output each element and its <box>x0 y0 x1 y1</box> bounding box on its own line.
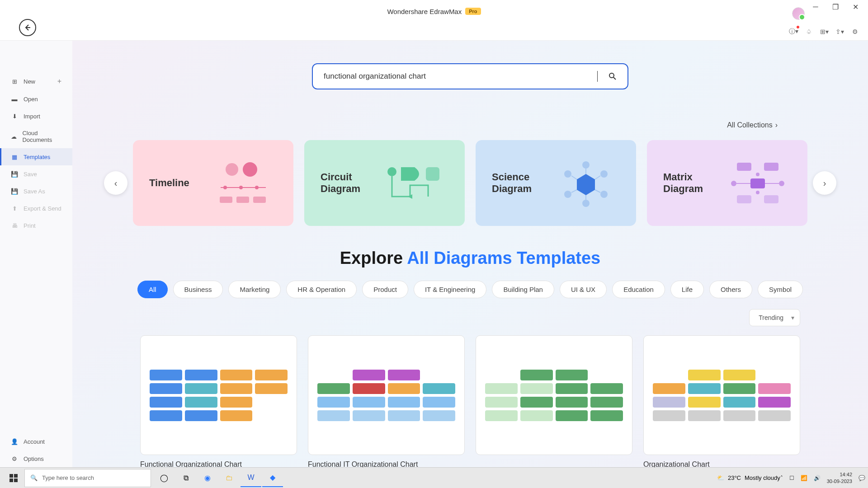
sidebar-item-label: Export & Send <box>24 205 61 212</box>
cloud-icon: ☁ <box>11 133 17 140</box>
back-button[interactable] <box>19 19 36 36</box>
card-title: Matrix Diagram <box>663 171 723 195</box>
sidebar-item-cloud[interactable]: ☁ Cloud Documents <box>0 125 72 148</box>
print-icon: 🖶 <box>11 222 18 229</box>
chip-life[interactable]: Life <box>670 281 704 298</box>
windows-icon <box>9 474 18 482</box>
sidebar-item-label: Save As <box>24 188 45 195</box>
help-icon[interactable]: ⓘ▾ <box>789 28 797 36</box>
taskbar-app-cortana[interactable]: ◯ <box>154 469 175 487</box>
template-title: Organizational Chart <box>643 460 800 467</box>
sidebar-item-options[interactable]: ⚙ Options <box>0 450 72 467</box>
collection-card-circuit[interactable]: Circuit Diagram <box>304 140 465 226</box>
start-button[interactable] <box>3 469 24 487</box>
chip-building[interactable]: Building Plan <box>492 281 554 298</box>
pro-badge: Pro <box>465 8 481 15</box>
sidebar-item-import[interactable]: ⬇ Import <box>0 108 72 125</box>
svg-line-2 <box>613 77 616 80</box>
svg-point-35 <box>756 173 760 176</box>
sidebar-item-label: Templates <box>24 154 50 160</box>
svg-rect-32 <box>764 195 778 203</box>
chip-others[interactable]: Others <box>709 281 752 298</box>
taskbar-app-edge[interactable]: ◉ <box>197 469 218 487</box>
svg-line-24 <box>595 190 600 192</box>
template-thumbnail[interactable] <box>140 335 297 455</box>
carousel-prev-button[interactable]: ‹ <box>104 171 127 195</box>
close-button[interactable]: ✕ <box>846 0 864 14</box>
tray-notifications-icon[interactable]: 💬 <box>859 475 865 481</box>
taskbar-app-explorer[interactable]: 🗀 <box>219 469 240 487</box>
template-thumbnail[interactable] <box>643 335 800 455</box>
sidebar-item-templates[interactable]: ▦ Templates <box>0 148 72 165</box>
system-tray: ˄ ☐ 📶 🔊 14:42 30-09-2023 💬 <box>780 471 865 484</box>
search-icon[interactable] <box>609 72 617 80</box>
collection-card-timeline[interactable]: Timeline <box>133 140 293 226</box>
svg-marker-15 <box>577 174 595 195</box>
templates-icon: ▦ <box>11 153 18 160</box>
add-icon[interactable]: + <box>57 77 61 85</box>
app-title: Wondershare EdrawMax <box>387 8 462 15</box>
svg-line-27 <box>571 176 577 179</box>
search-input[interactable] <box>324 72 597 81</box>
template-grid: Functional Organizational Chart Function… <box>118 335 823 467</box>
all-collections-link[interactable]: All Collections › <box>727 121 778 129</box>
svg-point-18 <box>600 191 608 198</box>
sort-dropdown[interactable]: Trending <box>749 309 800 326</box>
time-text: 14:42 <box>840 471 852 478</box>
user-icon: 👤 <box>11 438 18 445</box>
text-cursor <box>597 71 598 82</box>
chip-symbol[interactable]: Symbol <box>758 281 803 298</box>
chip-all[interactable]: All <box>137 281 168 298</box>
save-icon: 💾 <box>11 170 18 178</box>
timeline-art-icon <box>209 156 277 210</box>
tray-wifi-icon[interactable]: 📶 <box>801 475 807 481</box>
svg-point-12 <box>387 167 396 176</box>
svg-rect-39 <box>9 474 13 478</box>
notification-icon[interactable]: ♤ <box>805 28 813 36</box>
taskbar-app-edrawmax[interactable]: ◆ <box>262 469 283 487</box>
svg-point-20 <box>564 191 571 198</box>
weather-temp: 23°C <box>728 474 741 481</box>
chip-marketing[interactable]: Marketing <box>228 281 281 298</box>
collection-card-science[interactable]: Science Diagram <box>476 140 636 226</box>
svg-point-3 <box>226 163 238 176</box>
tray-chevron-icon[interactable]: ˄ <box>780 475 783 481</box>
collab-icon[interactable]: ⊞▾ <box>820 28 828 36</box>
svg-line-26 <box>571 190 577 192</box>
minimize-button[interactable]: ─ <box>807 0 825 14</box>
chip-business[interactable]: Business <box>173 281 223 298</box>
maximize-button[interactable]: ❐ <box>826 0 844 14</box>
taskbar-weather[interactable]: ⛅ 23°C Mostly cloudy <box>717 474 780 481</box>
date-text: 30-09-2023 <box>827 478 852 484</box>
taskbar-app-taskview[interactable]: ⧉ <box>175 469 196 487</box>
share-icon[interactable]: ⇪▾ <box>835 28 844 36</box>
sidebar-item-new[interactable]: ⊞ New + <box>0 72 72 90</box>
chip-it[interactable]: IT & Engineering <box>414 281 486 298</box>
tray-volume-icon[interactable]: 🔊 <box>814 475 821 481</box>
collection-card-matrix[interactable]: Matrix Diagram <box>647 140 807 226</box>
settings-icon[interactable]: ⚙ <box>851 28 859 36</box>
content-area: All Collections › ‹ Timeline Circuit Dia… <box>72 41 868 467</box>
svg-rect-13 <box>426 167 439 181</box>
sidebar-item-open[interactable]: ▬ Open <box>0 90 72 108</box>
plus-square-icon: ⊞ <box>11 78 18 85</box>
svg-line-23 <box>595 176 600 179</box>
save-as-icon: 💾 <box>11 188 18 195</box>
taskbar-app-word[interactable]: W <box>241 469 261 487</box>
user-avatar[interactable] <box>792 7 805 20</box>
tray-onedrive-icon[interactable]: ☐ <box>789 475 794 481</box>
sidebar-item-label: Import <box>24 113 40 120</box>
chip-uiux[interactable]: UI & UX <box>560 281 607 298</box>
chip-education[interactable]: Education <box>612 281 665 298</box>
sidebar-item-label: Cloud Documents <box>22 130 61 143</box>
sidebar-item-account[interactable]: 👤 Account <box>0 433 72 450</box>
carousel-next-button[interactable]: › <box>813 171 836 195</box>
taskbar-clock[interactable]: 14:42 30-09-2023 <box>827 471 852 484</box>
template-card: Functional Organizational Chart <box>140 335 297 467</box>
template-thumbnail[interactable] <box>476 335 632 455</box>
search-box[interactable] <box>312 63 628 89</box>
taskbar-search[interactable]: 🔍 Type here to search <box>24 469 151 487</box>
chip-hr[interactable]: HR & Operation <box>286 281 357 298</box>
chip-product[interactable]: Product <box>362 281 408 298</box>
template-thumbnail[interactable] <box>308 335 465 455</box>
